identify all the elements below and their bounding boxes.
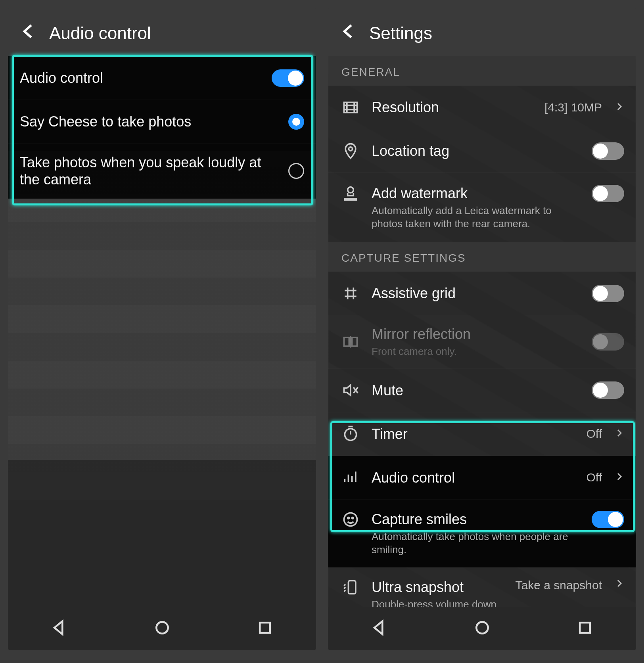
phone-right-settings: Settings GENERAL Resolution [4:3] 10MP L… xyxy=(328,8,636,650)
chevron-right-icon xyxy=(615,428,624,439)
back-arrow-icon[interactable] xyxy=(340,22,358,44)
svg-rect-2 xyxy=(344,102,357,113)
nav-back-icon[interactable] xyxy=(51,619,68,638)
row-subtitle: Front camera only. xyxy=(372,345,578,358)
row-subtitle: Automatically take photos when people ar… xyxy=(372,530,578,556)
row-audio-control-toggle[interactable]: Audio control xyxy=(8,56,316,100)
row-capture-smiles[interactable]: Capture smiles Automatically take photos… xyxy=(328,500,636,567)
row-title: Capture smiles xyxy=(372,511,581,528)
row-watermark[interactable]: Add watermark Automatically add a Leica … xyxy=(328,173,636,242)
row-title: Say Cheese to take photos xyxy=(20,113,278,130)
svg-point-9 xyxy=(348,517,349,519)
row-title: Timer xyxy=(372,425,576,443)
timer-icon xyxy=(340,425,361,443)
row-title: Mute xyxy=(372,382,581,399)
section-label-capture: CAPTURE SETTINGS xyxy=(328,242,636,272)
header-title: Audio control xyxy=(49,23,151,43)
nav-recents-icon[interactable] xyxy=(576,619,594,638)
row-subtitle: Automatically add a Leica watermark to p… xyxy=(372,204,578,230)
row-say-cheese[interactable]: Say Cheese to take photos xyxy=(8,100,316,144)
android-navbar xyxy=(328,607,636,650)
nav-back-icon[interactable] xyxy=(371,619,388,638)
row-title: Resolution xyxy=(372,99,534,116)
row-title: Audio control xyxy=(20,69,261,86)
row-mute[interactable]: Mute xyxy=(328,369,636,412)
svg-point-8 xyxy=(344,513,357,526)
row-timer[interactable]: Timer Off xyxy=(328,412,636,456)
row-resolution[interactable]: Resolution [4:3] 10MP xyxy=(328,86,636,129)
row-value: [4:3] 10MP xyxy=(544,101,602,114)
toggle-mirror xyxy=(592,333,624,351)
film-icon xyxy=(340,99,361,116)
row-title: Location tag xyxy=(372,142,581,159)
svg-point-4 xyxy=(348,187,354,193)
svg-rect-11 xyxy=(349,581,356,594)
svg-point-0 xyxy=(156,622,168,633)
row-value: Take a snapshot xyxy=(516,579,602,592)
header: Settings xyxy=(328,8,636,56)
row-title: Add watermark xyxy=(372,185,581,202)
toggle-grid[interactable] xyxy=(592,285,624,302)
row-ultra-snapshot[interactable]: Ultra snapshot Double-press volume down … xyxy=(328,567,636,607)
toggle-watermark[interactable] xyxy=(592,185,624,202)
mute-icon xyxy=(340,381,361,399)
row-value: Off xyxy=(586,427,602,441)
header-title: Settings xyxy=(369,23,432,43)
row-assistive-grid[interactable]: Assistive grid xyxy=(328,272,636,315)
radio-say-cheese[interactable] xyxy=(288,114,304,130)
svg-point-3 xyxy=(349,147,352,150)
back-arrow-icon[interactable] xyxy=(20,22,38,44)
radio-speak-loudly[interactable] xyxy=(288,163,304,179)
toggle-audio-control[interactable] xyxy=(272,69,304,87)
location-pin-icon xyxy=(340,142,361,160)
toggle-location[interactable] xyxy=(592,142,624,160)
row-mirror-reflection: Mirror reflection Front camera only. xyxy=(328,315,636,369)
row-audio-control[interactable]: Audio control Off xyxy=(328,456,636,500)
svg-rect-5 xyxy=(344,337,349,346)
phone-snapshot-icon xyxy=(340,579,361,596)
section-label-general: GENERAL xyxy=(328,56,636,86)
row-title: Assistive grid xyxy=(372,285,581,302)
settings-list: GENERAL Resolution [4:3] 10MP Location t… xyxy=(328,56,636,607)
audio-bars-icon xyxy=(340,469,361,486)
svg-point-12 xyxy=(476,622,488,633)
header: Audio control xyxy=(8,8,316,56)
smile-icon xyxy=(340,511,361,528)
settings-list: Audio control Say Cheese to take photos … xyxy=(8,56,316,607)
row-title: Ultra snapshot xyxy=(372,579,505,596)
nav-recents-icon[interactable] xyxy=(256,619,274,638)
row-title: Take photos when you speak loudly at the… xyxy=(20,154,278,188)
row-value: Off xyxy=(586,471,602,484)
row-title: Mirror reflection xyxy=(372,326,581,343)
svg-rect-13 xyxy=(580,623,590,633)
chevron-right-icon xyxy=(615,579,624,590)
toggle-mute[interactable] xyxy=(592,381,624,399)
nav-home-icon[interactable] xyxy=(153,619,171,638)
svg-rect-1 xyxy=(260,623,270,633)
row-speak-loudly[interactable]: Take photos when you speak loudly at the… xyxy=(8,144,316,199)
grid-icon xyxy=(340,285,361,302)
row-title: Audio control xyxy=(372,469,576,486)
row-location-tag[interactable]: Location tag xyxy=(328,129,636,173)
stamp-icon xyxy=(340,185,361,202)
row-subtitle: Double-press volume down button when scr… xyxy=(372,598,505,607)
mirror-icon xyxy=(340,333,361,351)
phone-left-audio-control: Audio control Audio control Say Cheese t… xyxy=(8,8,316,650)
android-navbar xyxy=(8,607,316,650)
chevron-right-icon xyxy=(615,472,624,483)
toggle-capture-smiles[interactable] xyxy=(592,511,624,528)
chevron-right-icon xyxy=(615,102,624,113)
nav-home-icon[interactable] xyxy=(473,619,491,638)
svg-rect-6 xyxy=(352,337,357,346)
svg-point-10 xyxy=(352,517,354,519)
